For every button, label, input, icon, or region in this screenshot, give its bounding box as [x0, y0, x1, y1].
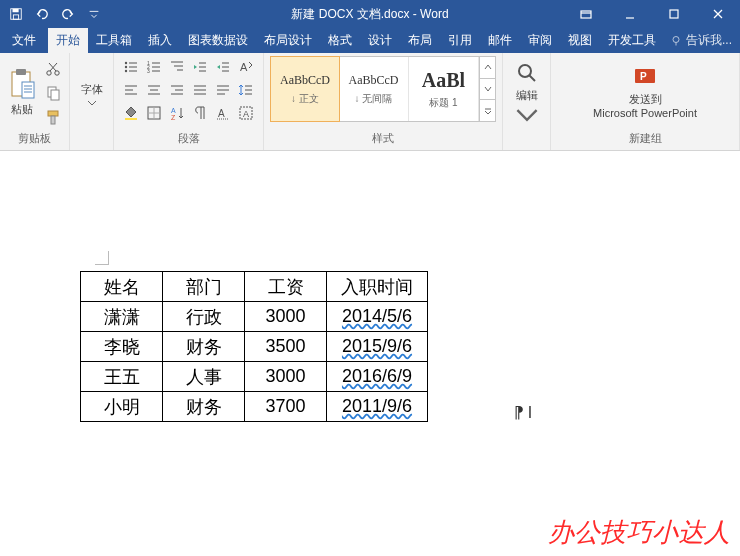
- copy-icon: [45, 85, 61, 101]
- group-label-clipboard: 剪贴板: [6, 129, 63, 148]
- gallery-scroll-down[interactable]: [480, 79, 495, 101]
- group-label-styles: 样式: [270, 129, 496, 148]
- decrease-indent-button[interactable]: [189, 56, 211, 78]
- tab-view[interactable]: 视图: [560, 28, 600, 53]
- table-row[interactable]: 王五 人事 3000 2016/6/9: [81, 362, 428, 392]
- svg-point-26: [125, 66, 127, 68]
- table-row[interactable]: 李晓 财务 3500 2015/9/6: [81, 332, 428, 362]
- ribbon-options-icon[interactable]: [564, 0, 608, 28]
- minimize-icon[interactable]: [608, 0, 652, 28]
- svg-text:P: P: [640, 71, 647, 82]
- group-label-new: 新建组: [557, 129, 733, 148]
- table-row[interactable]: 潇潇 行政 3000 2014/5/6: [81, 302, 428, 332]
- bullets-button[interactable]: [120, 56, 142, 78]
- svg-line-19: [50, 63, 57, 71]
- format-painter-button[interactable]: [43, 107, 63, 127]
- group-paragraph: 123 A AZ A A 段落: [114, 53, 264, 150]
- tab-file[interactable]: 文件: [0, 28, 48, 53]
- justify-button[interactable]: [189, 79, 211, 101]
- font-dropdown-button[interactable]: 字体: [76, 56, 107, 132]
- group-editing: 编辑: [503, 53, 551, 150]
- style-normal[interactable]: AaBbCcD ↓ 正文: [270, 56, 340, 122]
- ruler-corner: [95, 251, 109, 265]
- table-header-cell[interactable]: 工资: [245, 272, 327, 302]
- group-label-paragraph: 段落: [120, 129, 257, 148]
- sort-button[interactable]: AZ: [166, 102, 188, 124]
- editing-dropdown-button[interactable]: 编辑: [509, 56, 545, 132]
- redo-icon[interactable]: [56, 2, 80, 26]
- paste-button[interactable]: 粘贴: [6, 56, 37, 129]
- svg-rect-1: [13, 9, 19, 13]
- asian-layout-button[interactable]: A: [235, 56, 257, 78]
- tab-references[interactable]: 引用: [440, 28, 480, 53]
- style-no-spacing[interactable]: AaBbCcD ↓ 无间隔: [339, 57, 409, 121]
- svg-text:Z: Z: [171, 114, 176, 121]
- numbering-button[interactable]: 123: [143, 56, 165, 78]
- tab-chartdata[interactable]: 图表数据设: [180, 28, 256, 53]
- ribbon: 粘贴 剪贴板 字体 123: [0, 53, 740, 151]
- tab-developer[interactable]: 开发工具: [600, 28, 664, 53]
- style-heading-1[interactable]: AaBl 标题 1: [409, 57, 479, 121]
- svg-line-20: [49, 63, 56, 71]
- align-right-button[interactable]: [166, 79, 188, 101]
- document-page[interactable]: 姓名 部门 工资 入职时间 潇潇 行政 3000 2014/5/6 李晓 财务 …: [80, 271, 428, 422]
- tab-design[interactable]: 设计: [360, 28, 400, 53]
- svg-point-9: [673, 36, 679, 42]
- styles-gallery: AaBbCcD ↓ 正文 AaBbCcD ↓ 无间隔 AaBl 标题 1: [270, 56, 496, 122]
- svg-rect-22: [51, 90, 59, 100]
- table-header-row[interactable]: 姓名 部门 工资 入职时间: [81, 272, 428, 302]
- svg-point-25: [125, 62, 127, 64]
- window-title: 新建 DOCX 文档.docx - Word: [291, 6, 448, 23]
- char-border-button[interactable]: A: [235, 102, 257, 124]
- watermark-text: 办公技巧小达人: [548, 515, 730, 550]
- snap-to-grid-button[interactable]: A: [212, 102, 234, 124]
- svg-text:A: A: [243, 109, 249, 119]
- tab-toolbox[interactable]: 工具箱: [88, 28, 140, 53]
- tab-layout-design[interactable]: 布局设计: [256, 28, 320, 53]
- svg-text:A: A: [218, 108, 225, 119]
- undo-icon[interactable]: [30, 2, 54, 26]
- svg-rect-24: [51, 116, 55, 124]
- group-font: 字体: [70, 53, 114, 150]
- borders-button[interactable]: [143, 102, 165, 124]
- svg-point-27: [125, 70, 127, 72]
- tab-review[interactable]: 审阅: [520, 28, 560, 53]
- tab-mailings[interactable]: 邮件: [480, 28, 520, 53]
- table-header-cell[interactable]: 入职时间: [327, 272, 428, 302]
- multilevel-list-button[interactable]: [166, 56, 188, 78]
- qat-dropdown-icon[interactable]: [82, 2, 106, 26]
- gallery-scroll-up[interactable]: [480, 57, 495, 79]
- distribute-button[interactable]: [212, 79, 234, 101]
- show-marks-button[interactable]: [189, 102, 211, 124]
- line-spacing-button[interactable]: [235, 79, 257, 101]
- table-header-cell[interactable]: 部门: [163, 272, 245, 302]
- tab-format[interactable]: 格式: [320, 28, 360, 53]
- gallery-expand[interactable]: [480, 100, 495, 121]
- group-styles: AaBbCcD ↓ 正文 AaBbCcD ↓ 无间隔 AaBl 标题 1 样: [264, 53, 503, 150]
- cut-icon: [45, 61, 61, 77]
- send-to-powerpoint-button[interactable]: P 发送到 Microsoft PowerPoint: [587, 56, 703, 129]
- svg-line-77: [529, 75, 535, 81]
- svg-rect-6: [670, 10, 678, 18]
- copy-button[interactable]: [43, 83, 63, 103]
- tab-home[interactable]: 开始: [48, 28, 88, 53]
- save-icon[interactable]: [4, 2, 28, 26]
- tell-me-search[interactable]: 告诉我...: [664, 28, 738, 53]
- maximize-icon[interactable]: [652, 0, 696, 28]
- chevron-down-icon: [87, 100, 97, 106]
- tab-insert[interactable]: 插入: [140, 28, 180, 53]
- align-left-button[interactable]: [120, 79, 142, 101]
- table-header-cell[interactable]: 姓名: [81, 272, 163, 302]
- shading-button[interactable]: [120, 102, 142, 124]
- data-table[interactable]: 姓名 部门 工资 入职时间 潇潇 行政 3000 2014/5/6 李晓 财务 …: [80, 271, 428, 422]
- window-controls: [564, 0, 740, 28]
- cut-button[interactable]: [43, 59, 63, 79]
- document-area[interactable]: 姓名 部门 工资 入职时间 潇潇 行政 3000 2014/5/6 李晓 财务 …: [0, 151, 740, 556]
- svg-rect-12: [16, 69, 26, 75]
- table-row[interactable]: 小明 财务 3700 2011/9/6: [81, 392, 428, 422]
- close-icon[interactable]: [696, 0, 740, 28]
- increase-indent-button[interactable]: [212, 56, 234, 78]
- align-center-button[interactable]: [143, 79, 165, 101]
- tab-layout[interactable]: 布局: [400, 28, 440, 53]
- svg-rect-65: [125, 118, 137, 120]
